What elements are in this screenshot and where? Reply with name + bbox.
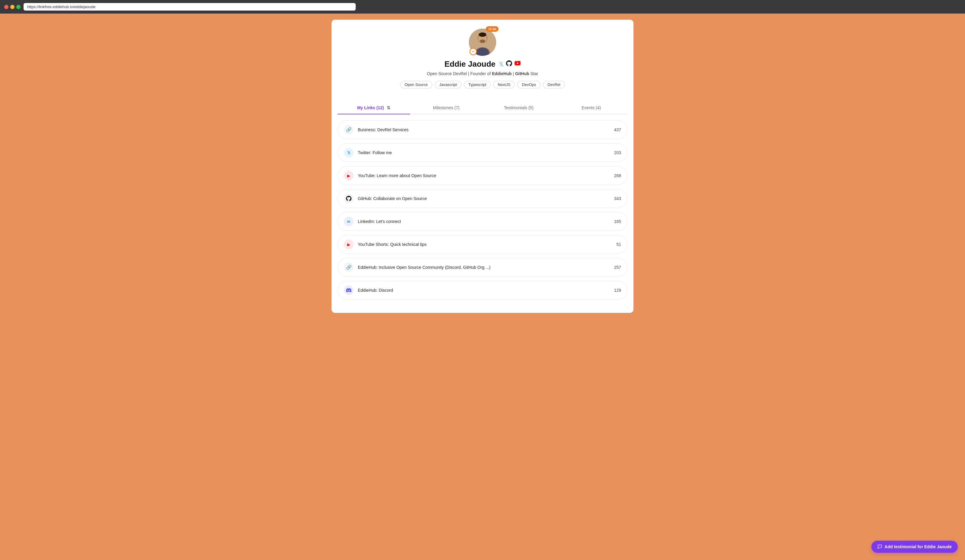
link-left: 🔗 Business: DevRel Services: [344, 125, 409, 135]
link-count: 343: [614, 196, 621, 201]
link-left: ▶ YouTube: Learn more about Open Source: [344, 171, 436, 180]
link-left: in LinkedIn: Let's connect: [344, 217, 401, 226]
link-count: 51: [616, 242, 621, 247]
link-item[interactable]: in LinkedIn: Let's connect 165: [338, 212, 627, 231]
avatar-wrapper: 12.6k: [469, 29, 496, 56]
tag-open-source[interactable]: Open Source: [400, 81, 432, 88]
link-label: EddieHub: Inclusive Open Source Communit…: [358, 265, 491, 270]
link-count: 437: [614, 127, 621, 132]
profile-name-row: Eddie Jaoude 𝕏: [445, 59, 520, 69]
dot-yellow[interactable]: [10, 5, 15, 9]
link-item[interactable]: ▶ YouTube: Learn more about Open Source …: [338, 166, 627, 185]
tag-nextjs[interactable]: NextJS: [493, 81, 515, 88]
link-icon-discord: [344, 286, 353, 295]
link-item[interactable]: EddieHub: Discord 129: [338, 281, 627, 300]
youtube-icon[interactable]: [515, 61, 520, 67]
link-icon-linkedin: in: [344, 217, 353, 226]
link-icon-youtube: ▶: [344, 171, 353, 180]
follower-badge: 12.6k: [486, 26, 499, 32]
edit-avatar-button[interactable]: ✏: [469, 48, 477, 55]
tab-events[interactable]: Events (4): [555, 102, 627, 114]
link-left: 🔗 EddieHub: Inclusive Open Source Commun…: [344, 263, 491, 272]
link-left: EddieHub: Discord: [344, 286, 393, 295]
profile-bio: Open Source DevRel | Founder of EddieHub…: [427, 71, 538, 76]
link-label: LinkedIn: Let's connect: [358, 219, 401, 224]
tab-my-links[interactable]: My Links (12) ⇅: [338, 102, 410, 114]
link-item[interactable]: 🔗 Business: DevRel Services 437: [338, 121, 627, 139]
link-item[interactable]: GitHub: Collaborate on Open Source 343: [338, 189, 627, 208]
link-item[interactable]: 🔗 EddieHub: Inclusive Open Source Commun…: [338, 258, 627, 277]
link-label: GitHub: Collaborate on Open Source: [358, 196, 427, 201]
link-icon-chain: 🔗: [344, 125, 353, 135]
links-list: 🔗 Business: DevRel Services 437 𝕏 Twitte…: [338, 121, 627, 300]
add-testimonial-label: Add testimonial for Eddie Jaoude: [885, 544, 952, 549]
link-item[interactable]: 𝕏 Twitter: Follow me 203: [338, 143, 627, 162]
link-label: YouTube Shorts: Quick technical tips: [358, 242, 427, 247]
link-count: 257: [614, 265, 621, 270]
tag-typescript[interactable]: Typescript: [464, 81, 491, 88]
svg-point-5: [480, 39, 485, 43]
link-item[interactable]: ▶ YouTube Shorts: Quick technical tips 5…: [338, 235, 627, 254]
dot-green[interactable]: [16, 5, 21, 9]
tags-container: Open Source Javascript Typescript NextJS…: [400, 81, 565, 88]
profile-header: 12.6k: [338, 29, 627, 96]
address-bar[interactable]: https://linkfree.eddiehub.io/eddiejaoude: [24, 3, 356, 11]
tab-testimonials[interactable]: Testimonials (5): [483, 102, 555, 114]
github-icon[interactable]: [506, 60, 512, 68]
tag-devrel[interactable]: DevRel: [543, 81, 565, 88]
profile-name: Eddie Jaoude: [445, 59, 496, 69]
twitter-icon[interactable]: 𝕏: [499, 61, 504, 68]
add-testimonial-button[interactable]: Add testimonial for Eddie Jaoude: [872, 541, 958, 553]
profile-card: 12.6k: [332, 20, 633, 313]
browser-dots: [4, 5, 21, 9]
link-label: EddieHub: Discord: [358, 288, 393, 293]
social-icons: 𝕏: [499, 60, 520, 68]
browser-chrome: https://linkfree.eddiehub.io/eddiejaoude: [0, 0, 965, 13]
tab-milestones[interactable]: Milestones (7): [410, 102, 483, 114]
link-left: 𝕏 Twitter: Follow me: [344, 148, 392, 157]
link-left: ▶ YouTube Shorts: Quick technical tips: [344, 240, 427, 249]
link-icon-github: [344, 194, 353, 203]
tabs: My Links (12) ⇅ Milestones (7) Testimoni…: [338, 102, 627, 114]
link-label: Business: DevRel Services: [358, 127, 409, 132]
sort-icon[interactable]: ⇅: [387, 105, 391, 110]
link-count: 129: [614, 288, 621, 293]
svg-point-6: [479, 33, 486, 37]
link-count: 165: [614, 219, 621, 224]
link-icon-youtube-shorts: ▶: [344, 240, 353, 249]
tag-javascript[interactable]: Javascript: [435, 81, 462, 88]
link-icon-twitter: 𝕏: [344, 148, 353, 157]
page-content: 12.6k: [0, 13, 965, 560]
link-label: YouTube: Learn more about Open Source: [358, 173, 436, 178]
link-left: GitHub: Collaborate on Open Source: [344, 194, 427, 203]
link-count: 203: [614, 150, 621, 155]
link-label: Twitter: Follow me: [358, 150, 392, 155]
tag-devops[interactable]: DevOps: [517, 81, 540, 88]
link-icon-eddiehub: 🔗: [344, 263, 353, 272]
dot-red[interactable]: [4, 5, 8, 9]
link-count: 268: [614, 173, 621, 178]
